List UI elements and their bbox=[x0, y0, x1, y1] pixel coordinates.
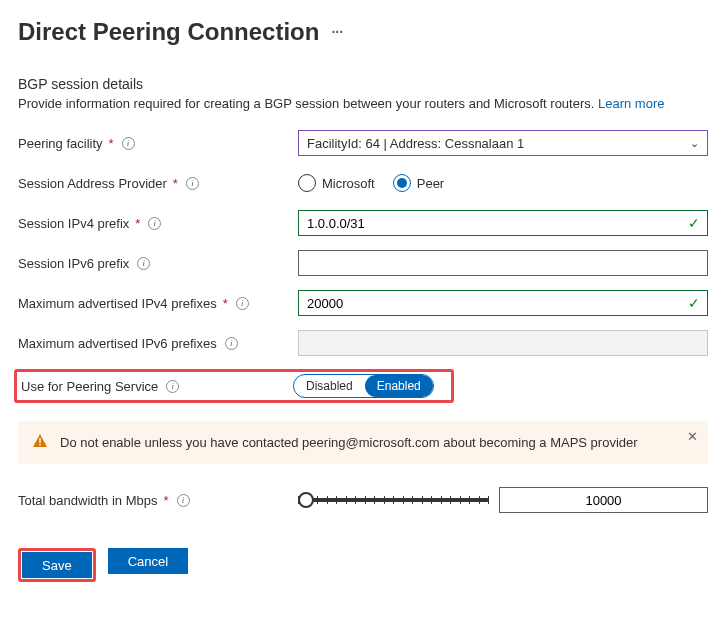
alert-text: Do not enable unless you have contacted … bbox=[60, 435, 638, 450]
section-sub-text: Provide information required for creatin… bbox=[18, 96, 594, 111]
max6-input bbox=[298, 330, 708, 356]
info-icon[interactable]: i bbox=[148, 217, 161, 230]
info-icon[interactable]: i bbox=[122, 137, 135, 150]
svg-rect-1 bbox=[39, 444, 40, 445]
more-icon[interactable]: ··· bbox=[331, 24, 343, 40]
bandwidth-input[interactable] bbox=[499, 487, 708, 513]
required-mark: * bbox=[173, 176, 178, 191]
required-mark: * bbox=[135, 216, 140, 231]
provider-label: Session Address Provider bbox=[18, 176, 167, 191]
facility-value: FacilityId: 64 | Address: Cessnalaan 1 bbox=[307, 136, 524, 151]
page-title: Direct Peering Connection ··· bbox=[18, 18, 708, 46]
required-mark: * bbox=[109, 136, 114, 151]
provider-radio-microsoft[interactable]: Microsoft bbox=[298, 174, 375, 192]
save-button[interactable]: Save bbox=[22, 552, 92, 578]
info-icon[interactable]: i bbox=[225, 337, 238, 350]
toggle-disabled: Disabled bbox=[294, 375, 365, 397]
max4-input[interactable] bbox=[298, 290, 708, 316]
ipv6-input[interactable] bbox=[298, 250, 708, 276]
chevron-down-icon: ⌄ bbox=[690, 137, 699, 150]
facility-label: Peering facility bbox=[18, 136, 103, 151]
warning-alert: Do not enable unless you have contacted … bbox=[18, 421, 708, 464]
slider-thumb[interactable] bbox=[298, 492, 314, 508]
info-icon[interactable]: i bbox=[186, 177, 199, 190]
max4-label: Maximum advertised IPv4 prefixes bbox=[18, 296, 217, 311]
peering-service-label: Use for Peering Service bbox=[21, 379, 158, 394]
ipv6-label: Session IPv6 prefix bbox=[18, 256, 129, 271]
radio-icon bbox=[393, 174, 411, 192]
page-title-text: Direct Peering Connection bbox=[18, 18, 319, 46]
provider-radio-peer[interactable]: Peer bbox=[393, 174, 444, 192]
cancel-button[interactable]: Cancel bbox=[108, 548, 188, 574]
provider-opt-peer: Peer bbox=[417, 176, 444, 191]
learn-more-link[interactable]: Learn more bbox=[598, 96, 664, 111]
close-icon[interactable]: ✕ bbox=[687, 429, 698, 444]
info-icon[interactable]: i bbox=[166, 380, 179, 393]
bandwidth-slider[interactable] bbox=[298, 488, 489, 512]
max6-label: Maximum advertised IPv6 prefixes bbox=[18, 336, 217, 351]
info-icon[interactable]: i bbox=[177, 494, 190, 507]
provider-opt-microsoft: Microsoft bbox=[322, 176, 375, 191]
footer: Save Cancel bbox=[18, 548, 708, 582]
section-heading: BGP session details bbox=[18, 76, 708, 92]
ipv4-input[interactable] bbox=[298, 210, 708, 236]
bandwidth-label: Total bandwidth in Mbps bbox=[18, 493, 157, 508]
toggle-enabled: Enabled bbox=[365, 375, 433, 397]
facility-dropdown[interactable]: FacilityId: 64 | Address: Cessnalaan 1 ⌄ bbox=[298, 130, 708, 156]
save-highlight: Save bbox=[18, 548, 96, 582]
svg-rect-0 bbox=[39, 438, 40, 443]
info-icon[interactable]: i bbox=[137, 257, 150, 270]
section-sub: Provide information required for creatin… bbox=[18, 96, 708, 111]
warning-icon bbox=[32, 433, 48, 452]
required-mark: * bbox=[223, 296, 228, 311]
ipv4-label: Session IPv4 prefix bbox=[18, 216, 129, 231]
peering-service-toggle[interactable]: Disabled Enabled bbox=[293, 374, 434, 398]
radio-icon bbox=[298, 174, 316, 192]
peering-service-highlight: Use for Peering Service i Disabled Enabl… bbox=[14, 369, 454, 403]
info-icon[interactable]: i bbox=[236, 297, 249, 310]
required-mark: * bbox=[163, 493, 168, 508]
